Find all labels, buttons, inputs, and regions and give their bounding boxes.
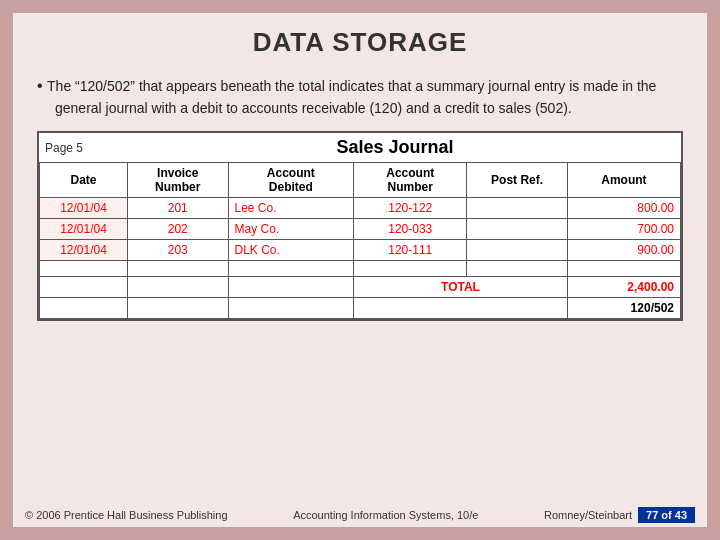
table-row: 12/01/04 201 Lee Co. 120-122 800.00 <box>40 198 681 219</box>
cell-date: 12/01/04 <box>40 219 128 240</box>
cell-date: 12/01/04 <box>40 198 128 219</box>
page-label: Page 5 <box>45 141 115 155</box>
ref-invoice-cell <box>127 298 228 319</box>
footer-right: Romney/Steinbart 77 of 43 <box>544 507 695 523</box>
cell-account-deb: Lee Co. <box>228 198 354 219</box>
cell-account-num: 120-111 <box>354 240 467 261</box>
slide-title: DATA STORAGE <box>13 13 707 66</box>
slide-container: DATA STORAGE The “120/502” that appears … <box>12 12 708 528</box>
cell-invoice: 203 <box>127 240 228 261</box>
ref-amount: 120/502 <box>567 298 680 319</box>
col-amount: Amount <box>567 163 680 198</box>
total-date-cell <box>40 277 128 298</box>
footer-copyright: © 2006 Prentice Hall Business Publishing <box>25 509 228 521</box>
ref-deb-cell <box>228 298 354 319</box>
cell-date: 12/01/04 <box>40 240 128 261</box>
ref-date-cell <box>40 298 128 319</box>
journal-table: Date Invoice Number Account Debited Acco… <box>39 162 681 319</box>
footer-title: Accounting Information Systems, 10/e <box>293 509 478 521</box>
table-col-headers: Date Invoice Number Account Debited Acco… <box>40 163 681 198</box>
cell-amount: 800.00 <box>567 198 680 219</box>
ref-empty <box>354 298 568 319</box>
sales-journal-table: Page 5 Sales Journal Date Invoice Number… <box>37 131 683 321</box>
cell-invoice: 202 <box>127 219 228 240</box>
col-invoice: Invoice Number <box>127 163 228 198</box>
table-row: 12/01/04 202 May Co. 120-033 700.00 <box>40 219 681 240</box>
col-account-deb: Account Debited <box>228 163 354 198</box>
slide-body: The “120/502” that appears beneath the t… <box>13 66 707 501</box>
total-amount: 2,400.00 <box>567 277 680 298</box>
bullet-text: The “120/502” that appears beneath the t… <box>37 74 683 119</box>
total-invoice-cell <box>127 277 228 298</box>
cell-postref <box>467 219 568 240</box>
table-row: 12/01/04 203 DLK Co. 120-111 900.00 <box>40 240 681 261</box>
cell-amount: 900.00 <box>567 240 680 261</box>
empty-row <box>40 261 681 277</box>
total-row: TOTAL 2,400.00 <box>40 277 681 298</box>
col-date: Date <box>40 163 128 198</box>
footer: © 2006 Prentice Hall Business Publishing… <box>13 501 707 527</box>
col-account-num: Account Number <box>354 163 467 198</box>
cell-account-deb: DLK Co. <box>228 240 354 261</box>
total-deb-cell <box>228 277 354 298</box>
cell-account-deb: May Co. <box>228 219 354 240</box>
col-postref: Post Ref. <box>467 163 568 198</box>
cell-postref <box>467 198 568 219</box>
cell-account-num: 120-033 <box>354 219 467 240</box>
footer-page: 77 of 43 <box>638 507 695 523</box>
total-label: TOTAL <box>354 277 568 298</box>
ref-row: 120/502 <box>40 298 681 319</box>
table-header-row: Page 5 Sales Journal <box>39 133 681 162</box>
footer-author: Romney/Steinbart <box>544 509 632 521</box>
cell-amount: 700.00 <box>567 219 680 240</box>
cell-invoice: 201 <box>127 198 228 219</box>
cell-account-num: 120-122 <box>354 198 467 219</box>
cell-postref <box>467 240 568 261</box>
journal-title: Sales Journal <box>115 137 675 158</box>
